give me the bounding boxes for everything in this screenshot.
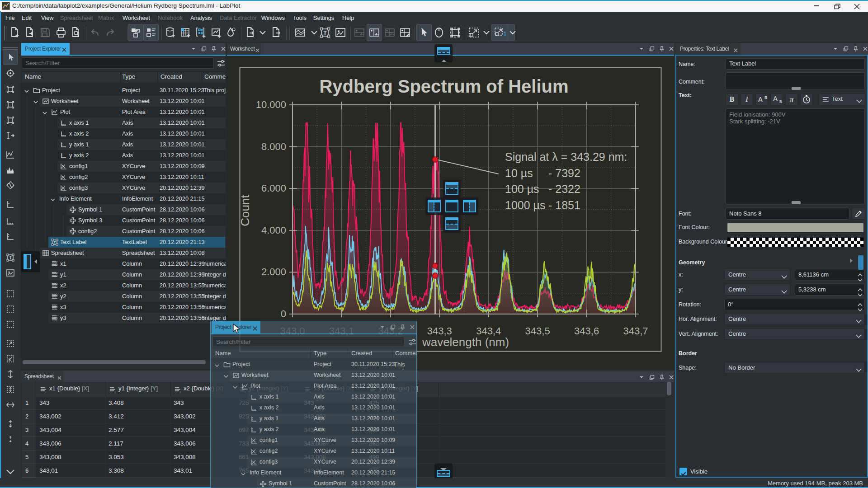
svg-text:1: 1 <box>503 30 506 38</box>
svg-text:0: 0 <box>281 308 286 319</box>
svg-text:- 7392: - 7392 <box>548 167 580 179</box>
svg-text:π: π <box>790 95 794 104</box>
svg-text:6.000: 6.000 <box>261 183 286 194</box>
svg-text:100 µs: 100 µs <box>505 183 539 195</box>
svg-text:343,7: 343,7 <box>623 325 648 337</box>
svg-text:343,5: 343,5 <box>525 325 550 337</box>
svg-text:- 2322: - 2322 <box>548 183 580 195</box>
svg-text:A: A <box>773 95 778 102</box>
svg-text:2.000: 2.000 <box>261 266 286 277</box>
svg-text:wavelength (nm): wavelength (nm) <box>422 335 509 349</box>
svg-text:8.000: 8.000 <box>261 141 286 152</box>
svg-text:Rydberg Spectrum of Helium: Rydberg Spectrum of Helium <box>319 76 568 96</box>
svg-text:1000 µs: 1000 µs <box>505 199 545 211</box>
svg-text:4.000: 4.000 <box>261 225 286 236</box>
svg-text:- 1851: - 1851 <box>548 199 580 211</box>
svg-text:T: T <box>54 240 56 244</box>
svg-text:Count: Count <box>238 195 252 226</box>
svg-text:T: T <box>9 255 12 260</box>
svg-text:B: B <box>764 95 767 100</box>
svg-text:10.000: 10.000 <box>256 99 286 110</box>
svg-text:T: T <box>323 29 327 36</box>
svg-text:B: B <box>779 99 782 104</box>
svg-text:B: B <box>730 95 735 103</box>
svg-text:Signal at λ = 343.29 nm:: Signal at λ = 343.29 nm: <box>505 150 627 163</box>
svg-text:A: A <box>758 96 763 103</box>
svg-text:I: I <box>745 95 748 103</box>
svg-text:10 µs: 10 µs <box>505 167 533 179</box>
svg-text:343,6: 343,6 <box>574 325 599 337</box>
